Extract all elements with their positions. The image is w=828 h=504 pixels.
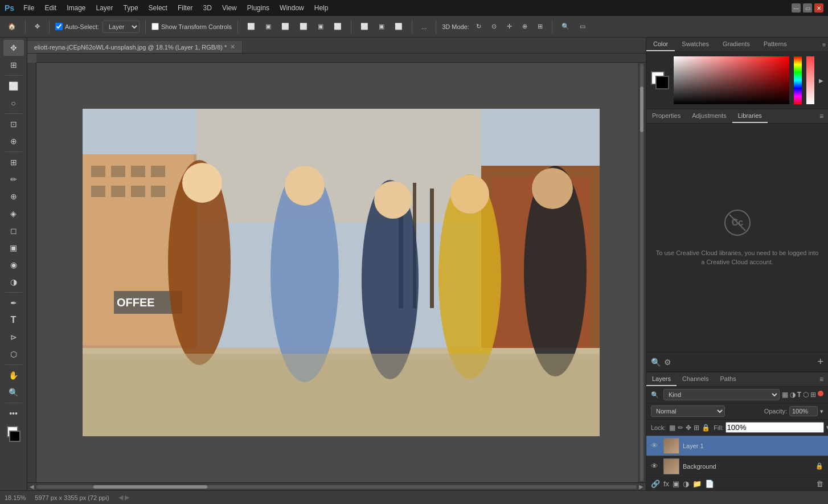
- history-brush[interactable]: ◈: [3, 206, 24, 222]
- layers-panel-menu[interactable]: ≡: [815, 372, 828, 386]
- saturation-slider[interactable]: [806, 56, 814, 104]
- path-select-tool[interactable]: ⊳: [3, 329, 24, 345]
- color-spectrum[interactable]: [674, 56, 789, 104]
- filter-shape-icon[interactable]: ⬡: [803, 391, 809, 399]
- more-options-btn[interactable]: ...: [418, 21, 430, 32]
- swatches-tab[interactable]: Swatches: [675, 38, 716, 51]
- layers-tab[interactable]: Layers: [646, 372, 677, 386]
- pen-tool[interactable]: ✒: [3, 295, 24, 311]
- layer-new-btn[interactable]: 📄: [705, 480, 714, 488]
- canvas-wrapper[interactable]: OFFEE: [36, 63, 646, 482]
- layer-adjustment-btn[interactable]: ◑: [683, 480, 689, 488]
- menu-window[interactable]: Window: [275, 3, 309, 13]
- lock-artboard-icon[interactable]: ⊞: [694, 424, 699, 432]
- menu-layer[interactable]: Layer: [92, 3, 118, 13]
- document-tab[interactable]: eliott-reyna-jCEpN62oWL4-unsplash.jpg @ …: [27, 41, 243, 53]
- menu-plugins[interactable]: Plugins: [243, 3, 274, 13]
- search-btn[interactable]: 🔍: [558, 21, 573, 32]
- brush-tool[interactable]: ✏: [3, 171, 24, 187]
- menu-3d[interactable]: 3D: [199, 3, 216, 13]
- crop-tool[interactable]: ⊡: [3, 116, 24, 132]
- align-center-btn[interactable]: ▣: [262, 21, 274, 32]
- background-swatch[interactable]: [655, 76, 669, 89]
- layer-mask-btn[interactable]: ▣: [673, 480, 679, 488]
- properties-tab[interactable]: Properties: [646, 109, 686, 123]
- patterns-tab[interactable]: Patterns: [757, 38, 794, 51]
- lock-position-icon[interactable]: ✥: [686, 424, 691, 432]
- zoom-tool[interactable]: 🔍: [3, 384, 24, 400]
- layer-row-layer1[interactable]: 👁 Layer 1: [646, 436, 828, 456]
- layer-link-btn[interactable]: 🔗: [651, 480, 660, 488]
- menu-view[interactable]: View: [218, 3, 241, 13]
- horizontal-scrollbar[interactable]: ◀ ▶: [27, 482, 646, 490]
- color-tab[interactable]: Color: [646, 38, 675, 51]
- align-bottom-btn[interactable]: ⬜: [330, 21, 345, 32]
- filter-smart-icon[interactable]: ⊞: [810, 391, 816, 399]
- move-tool-btn[interactable]: ✥: [31, 21, 43, 32]
- fill-input[interactable]: [725, 422, 824, 433]
- dodge-tool[interactable]: ◑: [3, 274, 24, 290]
- hue-slider[interactable]: [794, 56, 802, 104]
- align-top-btn[interactable]: ⬜: [296, 21, 311, 32]
- lock-all-icon[interactable]: 🔒: [702, 424, 710, 432]
- filter-adjust-icon[interactable]: ◑: [790, 391, 796, 399]
- scroll-left-arrow[interactable]: ◀: [30, 483, 34, 490]
- align-middle-btn[interactable]: ▣: [314, 21, 327, 32]
- channels-tab[interactable]: Channels: [677, 372, 714, 386]
- background-color[interactable]: [9, 431, 21, 442]
- layer1-visibility-toggle[interactable]: 👁: [651, 441, 660, 450]
- lock-transparency-icon[interactable]: ▦: [669, 424, 675, 432]
- 3d-scale-btn[interactable]: ⊞: [534, 21, 546, 32]
- clone-tool[interactable]: ⊕: [3, 189, 24, 204]
- marquee-tool[interactable]: ⬜: [3, 78, 24, 94]
- 3d-orbit-btn[interactable]: ⊙: [488, 21, 500, 32]
- lock-paint-icon[interactable]: ✏: [678, 424, 683, 432]
- auto-select-checkbox[interactable]: [55, 23, 63, 30]
- maximize-button[interactable]: ▭: [803, 3, 812, 13]
- menu-help[interactable]: Help: [310, 3, 333, 13]
- tab-close-btn[interactable]: ✕: [230, 43, 235, 51]
- type-tool[interactable]: T: [3, 312, 24, 328]
- 3d-pan-btn[interactable]: ✛: [503, 21, 515, 32]
- eraser-tool[interactable]: ◻: [3, 223, 24, 239]
- lasso-tool[interactable]: ○: [3, 95, 24, 111]
- adjustments-tab[interactable]: Adjustments: [686, 109, 732, 123]
- libraries-settings-btn[interactable]: ⚙: [664, 358, 671, 367]
- 3d-slide-btn[interactable]: ⊕: [519, 21, 531, 32]
- blur-tool[interactable]: ◉: [3, 257, 24, 273]
- color-panel-menu[interactable]: ≡: [820, 38, 828, 51]
- vertical-scrollbar[interactable]: [638, 63, 646, 482]
- prop-panel-menu[interactable]: ≡: [815, 109, 828, 123]
- hand-tool[interactable]: ✋: [3, 367, 24, 383]
- home-button[interactable]: 🏠: [5, 21, 19, 32]
- menu-edit[interactable]: Edit: [40, 3, 61, 13]
- menu-file[interactable]: File: [19, 3, 39, 13]
- scroll-right-arrow[interactable]: ▶: [639, 483, 643, 490]
- layer-fx-btn[interactable]: fx: [663, 480, 669, 488]
- heal-tool[interactable]: ⊞: [3, 154, 24, 170]
- minimize-button[interactable]: —: [792, 3, 801, 13]
- shape-tool[interactable]: ⬡: [3, 346, 24, 362]
- menu-type[interactable]: Type: [119, 3, 143, 13]
- libraries-tab[interactable]: Libraries: [732, 109, 768, 123]
- align-right-btn[interactable]: ⬜: [278, 21, 293, 32]
- distribute-v-btn[interactable]: ▣: [375, 21, 388, 32]
- distribute-h-btn[interactable]: ⬜: [357, 21, 372, 32]
- hscroll-thumb[interactable]: [93, 485, 207, 489]
- distribute-more-btn[interactable]: ⬜: [391, 21, 406, 32]
- filter-type-icon[interactable]: T: [797, 391, 801, 399]
- layer-row-background[interactable]: 👁 Background 🔒: [646, 456, 828, 477]
- opacity-input[interactable]: [789, 406, 818, 416]
- align-left-btn[interactable]: ⬜: [244, 21, 259, 32]
- workspace-btn[interactable]: ▭: [576, 21, 589, 32]
- 3d-rotate-btn[interactable]: ↻: [473, 21, 485, 32]
- move-tool[interactable]: ✥: [3, 40, 24, 56]
- color-expand-btn[interactable]: ▶: [819, 77, 823, 84]
- show-transform-checkbox[interactable]: [151, 23, 159, 30]
- menu-select[interactable]: Select: [144, 3, 172, 13]
- more-tools-btn[interactable]: •••: [3, 405, 24, 421]
- vscroll-thumb[interactable]: [640, 87, 643, 132]
- libraries-search-btn[interactable]: 🔍: [651, 358, 661, 367]
- opacity-arrow[interactable]: ▾: [820, 408, 823, 415]
- close-button[interactable]: ✕: [814, 3, 823, 13]
